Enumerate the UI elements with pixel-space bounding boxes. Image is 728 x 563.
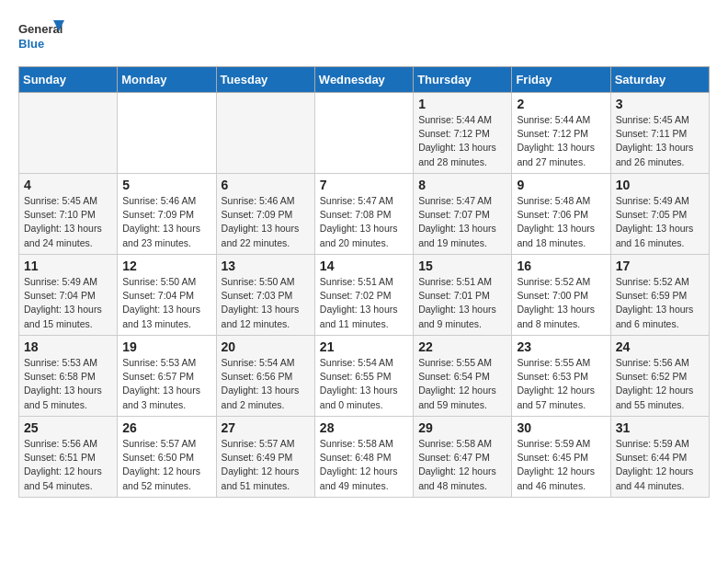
calendar-day-10: 10Sunrise: 5:49 AM Sunset: 7:05 PM Dayli… <box>610 174 709 255</box>
day-info: Sunrise: 5:53 AM Sunset: 6:57 PM Dayligh… <box>122 356 210 412</box>
calendar-day-11: 11Sunrise: 5:49 AM Sunset: 7:04 PM Dayli… <box>19 255 118 336</box>
day-number: 25 <box>24 420 112 435</box>
calendar-day-26: 26Sunrise: 5:57 AM Sunset: 6:50 PM Dayli… <box>118 417 216 498</box>
calendar-week-row: 1Sunrise: 5:44 AM Sunset: 7:12 PM Daylig… <box>19 93 710 174</box>
calendar-day-1: 1Sunrise: 5:44 AM Sunset: 7:12 PM Daylig… <box>414 93 512 174</box>
calendar-day-5: 5Sunrise: 5:46 AM Sunset: 7:09 PM Daylig… <box>118 174 216 255</box>
day-number: 5 <box>122 178 210 192</box>
calendar-week-row: 25Sunrise: 5:56 AM Sunset: 6:51 PM Dayli… <box>19 417 710 498</box>
day-number: 21 <box>320 339 408 354</box>
day-number: 1 <box>418 97 506 111</box>
calendar-day-12: 12Sunrise: 5:50 AM Sunset: 7:04 PM Dayli… <box>118 255 216 336</box>
weekday-header-thursday: Thursday <box>414 67 512 93</box>
weekday-header-sunday: Sunday <box>19 67 118 93</box>
day-info: Sunrise: 5:49 AM Sunset: 7:04 PM Dayligh… <box>24 275 112 331</box>
day-info: Sunrise: 5:57 AM Sunset: 6:49 PM Dayligh… <box>222 437 310 493</box>
day-info: Sunrise: 5:50 AM Sunset: 7:04 PM Dayligh… <box>122 275 210 331</box>
day-info: Sunrise: 5:47 AM Sunset: 7:07 PM Dayligh… <box>418 194 506 250</box>
day-number: 28 <box>320 420 408 435</box>
calendar-day-4: 4Sunrise: 5:45 AM Sunset: 7:10 PM Daylig… <box>19 174 118 255</box>
day-number: 3 <box>616 97 704 111</box>
day-info: Sunrise: 5:57 AM Sunset: 6:50 PM Dayligh… <box>122 437 210 493</box>
day-info: Sunrise: 5:48 AM Sunset: 7:06 PM Dayligh… <box>517 194 605 250</box>
calendar-day-24: 24Sunrise: 5:56 AM Sunset: 6:52 PM Dayli… <box>610 336 709 417</box>
day-number: 29 <box>418 420 506 435</box>
day-number: 24 <box>616 339 704 354</box>
day-info: Sunrise: 5:53 AM Sunset: 6:58 PM Dayligh… <box>24 356 112 412</box>
day-info: Sunrise: 5:49 AM Sunset: 7:05 PM Dayligh… <box>616 194 704 250</box>
weekday-header-wednesday: Wednesday <box>314 67 413 93</box>
calendar-day-8: 8Sunrise: 5:47 AM Sunset: 7:07 PM Daylig… <box>414 174 512 255</box>
day-info: Sunrise: 5:59 AM Sunset: 6:44 PM Dayligh… <box>616 437 704 493</box>
day-number: 2 <box>517 97 605 111</box>
day-number: 26 <box>122 420 210 435</box>
day-info: Sunrise: 5:50 AM Sunset: 7:03 PM Dayligh… <box>222 275 310 331</box>
day-info: Sunrise: 5:47 AM Sunset: 7:08 PM Dayligh… <box>320 194 408 250</box>
day-number: 30 <box>517 420 605 435</box>
calendar-day-17: 17Sunrise: 5:52 AM Sunset: 6:59 PM Dayli… <box>610 255 709 336</box>
day-info: Sunrise: 5:52 AM Sunset: 6:59 PM Dayligh… <box>616 275 704 331</box>
calendar-day-20: 20Sunrise: 5:54 AM Sunset: 6:56 PM Dayli… <box>216 336 314 417</box>
calendar-day-7: 7Sunrise: 5:47 AM Sunset: 7:08 PM Daylig… <box>314 174 413 255</box>
day-number: 6 <box>222 178 310 192</box>
weekday-header-row: SundayMondayTuesdayWednesdayThursdayFrid… <box>19 67 710 93</box>
calendar-day-2: 2Sunrise: 5:44 AM Sunset: 7:12 PM Daylig… <box>512 93 610 174</box>
day-number: 17 <box>616 259 704 273</box>
day-number: 10 <box>616 178 704 192</box>
day-number: 12 <box>122 259 210 273</box>
weekday-header-tuesday: Tuesday <box>216 67 314 93</box>
day-info: Sunrise: 5:56 AM Sunset: 6:51 PM Dayligh… <box>24 437 112 493</box>
day-number: 11 <box>24 259 112 273</box>
calendar-day-13: 13Sunrise: 5:50 AM Sunset: 7:03 PM Dayli… <box>216 255 314 336</box>
day-number: 27 <box>222 420 310 435</box>
calendar-week-row: 11Sunrise: 5:49 AM Sunset: 7:04 PM Dayli… <box>19 255 710 336</box>
calendar-day-29: 29Sunrise: 5:58 AM Sunset: 6:47 PM Dayli… <box>414 417 512 498</box>
calendar-day-23: 23Sunrise: 5:55 AM Sunset: 6:53 PM Dayli… <box>512 336 610 417</box>
day-info: Sunrise: 5:52 AM Sunset: 7:00 PM Dayligh… <box>517 275 605 331</box>
day-info: Sunrise: 5:44 AM Sunset: 7:12 PM Dayligh… <box>418 113 506 169</box>
day-info: Sunrise: 5:46 AM Sunset: 7:09 PM Dayligh… <box>222 194 310 250</box>
day-info: Sunrise: 5:51 AM Sunset: 7:01 PM Dayligh… <box>418 275 506 331</box>
day-number: 9 <box>517 178 605 192</box>
calendar-week-row: 18Sunrise: 5:53 AM Sunset: 6:58 PM Dayli… <box>19 336 710 417</box>
day-number: 22 <box>418 339 506 354</box>
calendar-day-9: 9Sunrise: 5:48 AM Sunset: 7:06 PM Daylig… <box>512 174 610 255</box>
calendar-day-16: 16Sunrise: 5:52 AM Sunset: 7:00 PM Dayli… <box>512 255 610 336</box>
calendar-table: SundayMondayTuesdayWednesdayThursdayFrid… <box>18 66 710 498</box>
calendar-day-31: 31Sunrise: 5:59 AM Sunset: 6:44 PM Dayli… <box>610 417 709 498</box>
calendar-day-empty <box>216 93 314 174</box>
calendar-week-row: 4Sunrise: 5:45 AM Sunset: 7:10 PM Daylig… <box>19 174 710 255</box>
day-info: Sunrise: 5:54 AM Sunset: 6:55 PM Dayligh… <box>320 356 408 412</box>
calendar-day-28: 28Sunrise: 5:58 AM Sunset: 6:48 PM Dayli… <box>314 417 413 498</box>
day-info: Sunrise: 5:59 AM Sunset: 6:45 PM Dayligh… <box>517 437 605 493</box>
calendar-day-25: 25Sunrise: 5:56 AM Sunset: 6:51 PM Dayli… <box>19 417 118 498</box>
day-number: 7 <box>320 178 408 192</box>
logo: GeneralBlue <box>18 18 64 57</box>
day-number: 13 <box>222 259 310 273</box>
calendar-day-19: 19Sunrise: 5:53 AM Sunset: 6:57 PM Dayli… <box>118 336 216 417</box>
day-info: Sunrise: 5:58 AM Sunset: 6:48 PM Dayligh… <box>320 437 408 493</box>
day-info: Sunrise: 5:45 AM Sunset: 7:11 PM Dayligh… <box>616 113 704 169</box>
logo-svg: GeneralBlue <box>18 18 64 57</box>
day-info: Sunrise: 5:46 AM Sunset: 7:09 PM Dayligh… <box>122 194 210 250</box>
calendar-day-14: 14Sunrise: 5:51 AM Sunset: 7:02 PM Dayli… <box>314 255 413 336</box>
day-number: 4 <box>24 178 112 192</box>
day-info: Sunrise: 5:44 AM Sunset: 7:12 PM Dayligh… <box>517 113 605 169</box>
page-header: GeneralBlue <box>18 18 710 57</box>
calendar-day-30: 30Sunrise: 5:59 AM Sunset: 6:45 PM Dayli… <box>512 417 610 498</box>
day-info: Sunrise: 5:54 AM Sunset: 6:56 PM Dayligh… <box>222 356 310 412</box>
calendar-day-empty <box>314 93 413 174</box>
calendar-day-empty <box>118 93 216 174</box>
weekday-header-friday: Friday <box>512 67 610 93</box>
day-number: 18 <box>24 339 112 354</box>
day-number: 31 <box>616 420 704 435</box>
weekday-header-saturday: Saturday <box>610 67 709 93</box>
day-info: Sunrise: 5:45 AM Sunset: 7:10 PM Dayligh… <box>24 194 112 250</box>
day-number: 8 <box>418 178 506 192</box>
calendar-day-15: 15Sunrise: 5:51 AM Sunset: 7:01 PM Dayli… <box>414 255 512 336</box>
day-number: 15 <box>418 259 506 273</box>
day-info: Sunrise: 5:56 AM Sunset: 6:52 PM Dayligh… <box>616 356 704 412</box>
calendar-day-27: 27Sunrise: 5:57 AM Sunset: 6:49 PM Dayli… <box>216 417 314 498</box>
day-info: Sunrise: 5:58 AM Sunset: 6:47 PM Dayligh… <box>418 437 506 493</box>
calendar-day-6: 6Sunrise: 5:46 AM Sunset: 7:09 PM Daylig… <box>216 174 314 255</box>
